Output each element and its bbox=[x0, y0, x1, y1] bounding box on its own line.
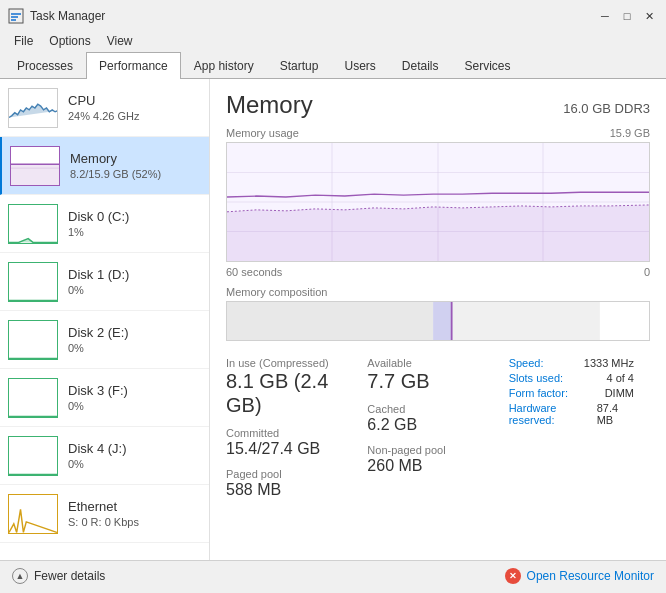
resource-monitor-icon: ✕ bbox=[505, 568, 521, 584]
sidebar-item-ethernet[interactable]: Ethernet S: 0 R: 0 Kbps bbox=[0, 485, 209, 543]
disk1-mini-graph bbox=[8, 262, 58, 302]
main-content: CPU 24% 4.26 GHz Memory 8.2/15.9 GB (52%… bbox=[0, 79, 666, 560]
hw-label: Hardware reserved: bbox=[509, 402, 597, 426]
sidebar-item-disk4[interactable]: Disk 4 (J:) 0% bbox=[0, 427, 209, 485]
usage-label: Memory usage bbox=[226, 127, 299, 139]
menu-bar: File Options View bbox=[0, 30, 666, 52]
cpu-value: 24% 4.26 GHz bbox=[68, 110, 201, 122]
stats-grid: In use (Compressed) 8.1 GB (2.4 GB) Comm… bbox=[226, 357, 650, 509]
in-use-label: In use (Compressed) bbox=[226, 357, 351, 369]
memory-sidebar-value: 8.2/15.9 GB (52%) bbox=[70, 168, 201, 180]
chevron-up-icon: ▲ bbox=[12, 568, 28, 584]
available-stat: Available 7.7 GB bbox=[367, 357, 492, 393]
tab-users[interactable]: Users bbox=[331, 52, 388, 79]
paged-value: 588 MB bbox=[226, 480, 351, 499]
window-controls: ─ □ ✕ bbox=[596, 7, 658, 25]
minimize-button[interactable]: ─ bbox=[596, 7, 614, 25]
usage-chart-svg bbox=[227, 143, 649, 261]
stats-col-2: Available 7.7 GB Cached 6.2 GB Non-paged… bbox=[367, 357, 508, 509]
tab-processes[interactable]: Processes bbox=[4, 52, 86, 79]
disk0-info: Disk 0 (C:) 1% bbox=[68, 209, 201, 238]
usage-value: 15.9 GB bbox=[610, 127, 650, 139]
svg-rect-28 bbox=[451, 302, 453, 340]
cpu-mini-graph bbox=[8, 88, 58, 128]
stats-col-1: In use (Compressed) 8.1 GB (2.4 GB) Comm… bbox=[226, 357, 367, 509]
composition-svg bbox=[227, 302, 649, 340]
sidebar-item-disk2[interactable]: Disk 2 (E:) 0% bbox=[0, 311, 209, 369]
right-panel: Memory 16.0 GB DDR3 Memory usage 15.9 GB bbox=[210, 79, 666, 560]
sidebar-item-cpu[interactable]: CPU 24% 4.26 GHz bbox=[0, 79, 209, 137]
disk1-label: Disk 1 (D:) bbox=[68, 267, 201, 282]
cpu-label: CPU bbox=[68, 93, 201, 108]
speed-row: Speed: 1333 MHz bbox=[509, 357, 634, 369]
disk2-mini-graph bbox=[8, 320, 58, 360]
svg-rect-16 bbox=[9, 437, 57, 475]
disk0-value: 1% bbox=[68, 226, 201, 238]
paged-label: Paged pool bbox=[226, 468, 351, 480]
memory-info: Memory 8.2/15.9 GB (52%) bbox=[70, 151, 201, 180]
disk2-label: Disk 2 (E:) bbox=[68, 325, 201, 340]
disk0-label: Disk 0 (C:) bbox=[68, 209, 201, 224]
in-use-value: 8.1 GB (2.4 GB) bbox=[226, 369, 351, 417]
svg-rect-6 bbox=[11, 164, 59, 185]
disk2-value: 0% bbox=[68, 342, 201, 354]
disk4-mini-graph bbox=[8, 436, 58, 476]
in-use-stat: In use (Compressed) 8.1 GB (2.4 GB) bbox=[226, 357, 351, 417]
bottom-bar: ▲ Fewer details ✕ Open Resource Monitor bbox=[0, 560, 666, 590]
sidebar-item-disk0[interactable]: Disk 0 (C:) 1% bbox=[0, 195, 209, 253]
close-button[interactable]: ✕ bbox=[640, 7, 658, 25]
disk3-label: Disk 3 (F:) bbox=[68, 383, 201, 398]
svg-rect-12 bbox=[9, 321, 57, 359]
fewer-details-button[interactable]: ▲ Fewer details bbox=[12, 568, 105, 584]
available-label: Available bbox=[367, 357, 492, 369]
usage-chart bbox=[226, 142, 650, 262]
svg-rect-2 bbox=[11, 16, 18, 18]
tab-details[interactable]: Details bbox=[389, 52, 452, 79]
form-value: DIMM bbox=[605, 387, 634, 399]
svg-rect-27 bbox=[433, 302, 453, 340]
app-icon bbox=[8, 8, 24, 24]
resource-monitor-link[interactable]: ✕ Open Resource Monitor bbox=[505, 568, 654, 584]
form-label: Form factor: bbox=[509, 387, 568, 399]
disk0-mini-graph bbox=[8, 204, 58, 244]
disk2-info: Disk 2 (E:) 0% bbox=[68, 325, 201, 354]
disk1-info: Disk 1 (D:) 0% bbox=[68, 267, 201, 296]
ethernet-label: Ethernet bbox=[68, 499, 201, 514]
cached-label: Cached bbox=[367, 403, 492, 415]
memory-title: Memory bbox=[226, 91, 313, 119]
ethernet-info: Ethernet S: 0 R: 0 Kbps bbox=[68, 499, 201, 528]
svg-rect-9 bbox=[9, 205, 57, 243]
memory-label: Memory bbox=[70, 151, 201, 166]
hw-value: 87.4 MB bbox=[597, 402, 634, 426]
menu-view[interactable]: View bbox=[101, 32, 139, 50]
svg-rect-26 bbox=[227, 302, 433, 340]
tab-startup[interactable]: Startup bbox=[267, 52, 332, 79]
tab-services[interactable]: Services bbox=[452, 52, 524, 79]
tab-app-history[interactable]: App history bbox=[181, 52, 267, 79]
menu-file[interactable]: File bbox=[8, 32, 39, 50]
menu-options[interactable]: Options bbox=[43, 32, 96, 50]
hw-row: Hardware reserved: 87.4 MB bbox=[509, 402, 634, 426]
title-bar: Task Manager ─ □ ✕ bbox=[0, 0, 666, 30]
ethernet-mini-graph bbox=[8, 494, 58, 534]
memory-mini-graph bbox=[10, 146, 60, 186]
committed-label: Committed bbox=[226, 427, 351, 439]
sidebar-item-disk1[interactable]: Disk 1 (D:) 0% bbox=[0, 253, 209, 311]
fewer-details-label: Fewer details bbox=[34, 569, 105, 583]
sidebar-item-memory[interactable]: Memory 8.2/15.9 GB (52%) bbox=[0, 137, 209, 195]
svg-marker-25 bbox=[227, 205, 649, 261]
tab-performance[interactable]: Performance bbox=[86, 52, 181, 79]
resource-monitor-label: Open Resource Monitor bbox=[527, 569, 654, 583]
sidebar-item-disk3[interactable]: Disk 3 (F:) 0% bbox=[0, 369, 209, 427]
time-end: 0 bbox=[644, 266, 650, 278]
maximize-button[interactable]: □ bbox=[618, 7, 636, 25]
slots-label: Slots used: bbox=[509, 372, 563, 384]
svg-rect-10 bbox=[9, 263, 57, 301]
disk4-label: Disk 4 (J:) bbox=[68, 441, 201, 456]
svg-rect-18 bbox=[9, 495, 57, 533]
nonpaged-label: Non-paged pool bbox=[367, 444, 492, 456]
cpu-info: CPU 24% 4.26 GHz bbox=[68, 93, 201, 122]
svg-rect-1 bbox=[11, 13, 21, 15]
disk3-value: 0% bbox=[68, 400, 201, 412]
memory-header: Memory 16.0 GB DDR3 bbox=[226, 91, 650, 119]
